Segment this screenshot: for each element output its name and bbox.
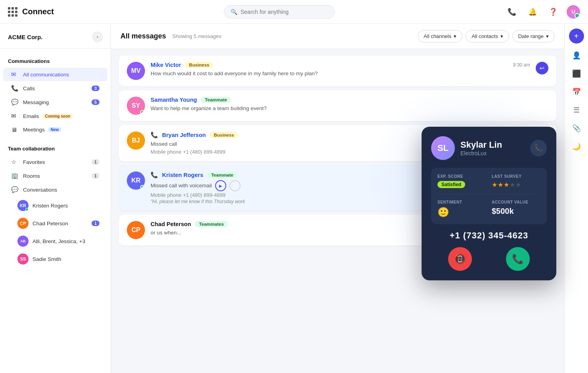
chad-badge: 1 [92, 221, 99, 226]
sidebar-item-rooms[interactable]: 🏢 Rooms 1 [3, 169, 107, 183]
chevron-down-icon: ▾ [454, 33, 456, 39]
msg-top: Samantha Young Teammate [151, 97, 548, 103]
company-name: ACME Corp. [8, 34, 43, 40]
decline-button[interactable]: 📵 [448, 247, 472, 271]
messages-title: All messages [120, 32, 166, 40]
conv-avatar-sadie: SS [17, 253, 29, 265]
conv-avatar-group: AB [17, 236, 29, 247]
sentiment-stat: SENTIMENT 🙂 [437, 200, 486, 218]
right-clip-icon[interactable]: 📎 [569, 120, 584, 136]
right-table-icon[interactable]: ⬛ [569, 66, 584, 82]
caller-phone-number: +1 (732) 345-4623 [431, 230, 547, 241]
messages-count: Showing 5 messages [172, 33, 221, 39]
search-bar[interactable]: 🔍 [224, 5, 335, 19]
header-icons: 📞 🔔 ❓ U [505, 5, 580, 19]
sidebar-item-conversations[interactable]: 💬 Conversations [3, 183, 107, 196]
message-card-samantha[interactable]: SY Samantha Young Teammate Want to help … [119, 90, 556, 121]
msg-tag-chad: Teammates [195, 221, 227, 227]
right-moon-icon[interactable]: 🌙 [569, 139, 584, 154]
msg-tag-samantha: Teammate [201, 97, 231, 103]
collapse-button[interactable]: ‹ [92, 32, 103, 42]
filter-buttons: All channels ▾ All contacts ▾ Date range… [418, 30, 555, 42]
app-title: Connect [22, 7, 54, 16]
search-input[interactable] [241, 9, 320, 15]
messages-header: All messages Showing 5 messages All chan… [111, 24, 564, 49]
caller-info: Skylar Lin ElectroLux [460, 140, 502, 156]
msg-name-bryan: 📞 [151, 131, 158, 139]
voicemail-circle [229, 180, 241, 191]
sentiment-label: SENTIMENT [437, 200, 486, 204]
right-sidebar: + 👤 ⬛ 📅 ☰ 📎 🌙 [564, 24, 588, 373]
msg-tag-mike: Business [185, 62, 213, 68]
avatar-bryan: BJ [127, 131, 145, 150]
search-icon: 🔍 [231, 9, 237, 15]
decline-icon: 📵 [454, 253, 466, 265]
account-value: $500k [492, 207, 540, 216]
right-calendar-icon[interactable]: 📅 [569, 84, 584, 100]
msg-name-chad: Chad Peterson [151, 221, 191, 227]
help-icon[interactable]: ❓ [546, 5, 560, 19]
conv-name-sadie: Sadie Smith [32, 256, 61, 262]
sidebar-item-emails[interactable]: ✉ Emails Coming soon [3, 109, 107, 123]
team-collaboration-title: Team collaboration [0, 143, 111, 155]
filter-channels[interactable]: All channels ▾ [418, 30, 462, 42]
play-button[interactable]: ▶ [215, 180, 226, 191]
call-popup-header: SL Skylar Lin ElectroLux 📞 [431, 136, 547, 160]
messaging-icon: 💬 [11, 99, 19, 106]
accept-button[interactable]: 📞 [506, 247, 530, 271]
emails-coming-soon-badge: Coming soon [42, 114, 73, 119]
add-button[interactable]: + [569, 29, 584, 44]
conv-chad-peterson[interactable]: CP Chad Peterson 1 [3, 215, 107, 232]
sidebar-item-meetings[interactable]: 🖥 Meetings New [3, 123, 107, 136]
last-survey-label: LAST SURVEY [492, 174, 540, 179]
communications-section-title: Communications [0, 55, 111, 67]
call-popup[interactable]: SL Skylar Lin ElectroLux 📞 EXP. SCORE Sa… [422, 127, 556, 280]
conv-name-kristen: Kristen Rogers [32, 203, 68, 209]
rooms-icon: 🏢 [11, 172, 19, 179]
sidebar-item-all-communications[interactable]: ✉ All communications [3, 68, 107, 81]
filter-date[interactable]: Date range ▾ [512, 30, 555, 42]
conv-name-chad: Chad Peterson [32, 221, 68, 226]
msg-name-kristen: Kristen Rogers [162, 172, 203, 178]
online-dot-kristen [140, 185, 145, 189]
msg-time-mike: 9:30 am [513, 62, 530, 68]
exp-score-stat: EXP. SCORE Satisfied [437, 174, 486, 188]
call-actions: 📵 📞 [431, 247, 547, 271]
reply-icon-mike[interactable]: ↩ [536, 62, 548, 74]
chevron-down-icon: ▾ [500, 33, 503, 39]
sidebar-item-messaging[interactable]: 💬 Messaging 5 [3, 95, 107, 109]
msg-text-kristen: Missed call with voicemail [151, 182, 212, 190]
last-survey-stat: LAST SURVEY ★★★★★ [492, 174, 540, 188]
conv-sadie-smith[interactable]: SS Sadie Smith [3, 250, 107, 268]
conversations-icon: 💬 [11, 186, 19, 193]
phone-icon[interactable]: 📞 [505, 5, 519, 19]
message-card-mike-victor[interactable]: MV Mike Victor Business 9:30 am How much… [119, 55, 556, 86]
bell-icon[interactable]: 🔔 [525, 5, 540, 19]
msg-name-samantha: Samantha Young [151, 97, 197, 103]
right-list-icon[interactable]: ☰ [569, 102, 584, 118]
conv-group[interactable]: AB Alli, Brent, Jessica, +3 [3, 232, 107, 250]
grid-menu-icon[interactable] [8, 7, 17, 17]
company-header: ACME Corp. ‹ [0, 32, 111, 49]
right-person-icon[interactable]: 👤 [569, 48, 584, 63]
online-dot-samantha [140, 110, 145, 114]
avatar-kristen: KR [127, 171, 145, 190]
msg-content-mike-victor: Mike Victor Business 9:30 am How much wo… [151, 62, 530, 78]
msg-tag-kristen: Teammate [207, 172, 237, 178]
sidebar-item-calls[interactable]: 📞 Calls 3 [3, 82, 107, 95]
exp-score-badge: Satisfied [437, 181, 465, 188]
user-avatar[interactable]: U [567, 5, 580, 19]
sidebar-item-favorites[interactable]: ☆ Favorites 1 [3, 155, 107, 169]
caller-company: ElectroLux [460, 150, 502, 156]
caller-name: Skylar Lin [460, 140, 502, 150]
call-stats: EXP. SCORE Satisfied LAST SURVEY ★★★★★ S… [431, 168, 547, 224]
avatar-chad: CP [127, 221, 145, 239]
stars-rating: ★★★★★ [492, 181, 540, 188]
msg-text-samantha: Want to help me organize a team building… [151, 105, 548, 112]
sentiment-emoji: 🙂 [437, 207, 486, 218]
calls-badge: 3 [92, 86, 99, 91]
header-left: Connect [8, 7, 54, 17]
filter-contacts[interactable]: All contacts ▾ [466, 30, 509, 42]
conv-kristen-rogers[interactable]: KR Kristen Rogers [3, 197, 107, 214]
messaging-badge: 5 [92, 99, 99, 105]
